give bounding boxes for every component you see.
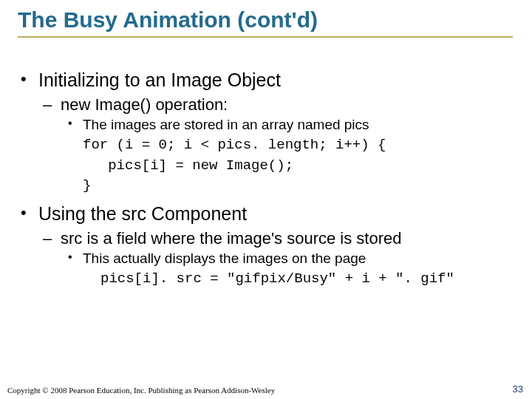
page-number: 33 (513, 383, 523, 395)
slide: The Busy Animation (cont'd) Initializing… (0, 0, 532, 399)
bullet-text: The images are stored in an array named … (83, 117, 369, 132)
bullet-text: This actually displays the images on the… (83, 250, 366, 266)
slide-title: The Busy Animation (cont'd) (18, 7, 514, 33)
slide-body: Initializing to an Image Object new Imag… (18, 69, 514, 290)
title-underline (18, 36, 513, 38)
copyright-footer: Copyright © 2008 Pearson Education, Inc.… (7, 386, 275, 395)
code-block: for (i = 0; i < pics. length; i++) { pic… (83, 135, 514, 197)
bullet-list-level2: src is a field where the image's source … (38, 228, 514, 290)
bullet-text: Using the src Component (38, 203, 247, 224)
bullet-item: This actually displays the images on the… (61, 250, 514, 267)
bullet-text: src is a field where the image's source … (61, 229, 402, 248)
bullet-item: src is a field where the image's source … (38, 228, 514, 290)
bullet-list-level3: This actually displays the images on the… (61, 250, 514, 267)
bullet-text: new Image() operation: (61, 95, 228, 114)
bullet-item: The images are stored in an array named … (61, 116, 514, 134)
bullet-item: Using the src Component src is a field w… (18, 202, 514, 290)
bullet-list-level2: new Image() operation: The images are st… (38, 95, 514, 197)
code-line: pics[i]. src = "gifpix/Busy" + i + ". gi… (100, 269, 514, 290)
bullet-text: Initializing to an Image Object (38, 69, 281, 90)
bullet-item: new Image() operation: The images are st… (38, 95, 514, 197)
bullet-item: Initializing to an Image Object new Imag… (18, 69, 514, 197)
bullet-list-level1: Initializing to an Image Object new Imag… (18, 69, 514, 290)
bullet-list-level3: The images are stored in an array named … (61, 116, 514, 134)
